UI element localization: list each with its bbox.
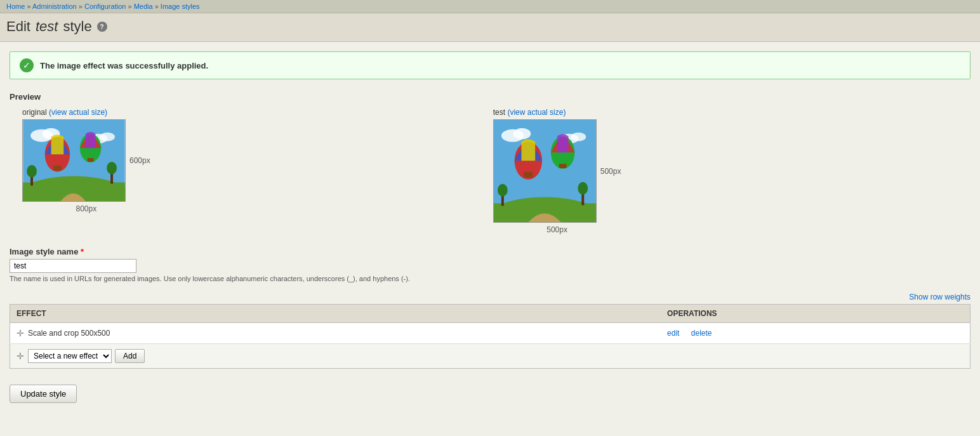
show-row-weights-container: Show row weights bbox=[10, 292, 970, 301]
page-wrapper: Home » Administration » Configuration » … bbox=[0, 0, 980, 436]
delete-effect-link[interactable]: delete bbox=[691, 329, 712, 338]
breadcrumb-media[interactable]: Media bbox=[134, 3, 153, 10]
select-effect-dropdown[interactable]: Select a new effect bbox=[28, 349, 112, 363]
effect-cell: ✛ Scale and crop 500x500 bbox=[10, 323, 661, 344]
breadcrumb-image-styles[interactable]: Image styles bbox=[161, 3, 200, 10]
original-image-box bbox=[22, 119, 126, 202]
table-row: ✛ Scale and crop 500x500 edit delete bbox=[10, 323, 970, 344]
breadcrumb-home[interactable]: Home bbox=[6, 3, 25, 10]
add-effect-row: ✛ Select a new effect Add bbox=[10, 344, 970, 369]
show-row-weights-link[interactable]: Show row weights bbox=[909, 293, 970, 301]
success-text: The image effect was successfully applie… bbox=[40, 61, 208, 70]
test-preview: test (view actual size) bbox=[493, 108, 621, 234]
test-width-label: 500px bbox=[546, 225, 567, 234]
drag-handle-icon[interactable]: ✛ bbox=[17, 328, 24, 338]
operations-column-header: OPERATIONS bbox=[661, 305, 970, 323]
breadcrumb-configuration[interactable]: Configuration bbox=[84, 3, 126, 10]
test-image-with-dims: 500px bbox=[493, 119, 621, 223]
original-image-with-dims: 600px bbox=[22, 119, 150, 202]
effects-table: EFFECT OPERATIONS ✛ Scale and crop 500x5… bbox=[10, 304, 970, 369]
success-message: ✓ The image effect was successfully appl… bbox=[10, 51, 970, 79]
test-height-label: 500px bbox=[600, 167, 621, 176]
original-width-label: 800px bbox=[76, 204, 97, 213]
svg-point-25 bbox=[578, 182, 588, 195]
effects-table-header: EFFECT OPERATIONS bbox=[10, 305, 970, 323]
add-effect-cell: ✛ Select a new effect Add bbox=[10, 344, 661, 369]
svg-rect-14 bbox=[88, 158, 94, 162]
page-title: Edit test style ? bbox=[6, 18, 974, 35]
edit-effect-link[interactable]: edit bbox=[667, 329, 679, 338]
style-name-hint: The name is used in URLs for generated i… bbox=[10, 275, 970, 282]
svg-point-19 bbox=[571, 133, 586, 142]
preview-images: original (view actual size) bbox=[10, 108, 970, 234]
help-icon[interactable]: ? bbox=[97, 22, 107, 32]
page-title-bar: Edit test style ? bbox=[0, 13, 980, 42]
success-check-icon: ✓ bbox=[20, 58, 34, 72]
operations-cell: edit delete bbox=[661, 323, 970, 344]
required-indicator: * bbox=[81, 247, 84, 256]
svg-point-17 bbox=[513, 128, 531, 140]
preview-label: Preview bbox=[10, 92, 970, 102]
original-title: original (view actual size) bbox=[22, 108, 107, 117]
effect-column-header: EFFECT bbox=[10, 305, 661, 323]
add-operations-cell bbox=[661, 344, 970, 369]
original-height-label: 600px bbox=[129, 156, 150, 165]
content-area: ✓ The image effect was successfully appl… bbox=[0, 42, 980, 436]
add-effect-button[interactable]: Add bbox=[115, 349, 145, 363]
preview-section: Preview original (view actual size) bbox=[10, 92, 970, 234]
test-view-actual-size[interactable]: (view actual size) bbox=[507, 108, 566, 117]
test-image-box bbox=[493, 119, 597, 223]
svg-point-4 bbox=[100, 133, 115, 142]
effect-name-container: ✛ Scale and crop 500x500 bbox=[17, 328, 654, 338]
breadcrumb-administration[interactable]: Administration bbox=[32, 3, 77, 10]
style-name-label: Image style name * bbox=[10, 247, 970, 256]
svg-rect-27 bbox=[524, 172, 533, 178]
add-drag-handle-icon: ✛ bbox=[17, 351, 24, 361]
svg-point-8 bbox=[27, 165, 37, 178]
effect-label: Scale and crop 500x500 bbox=[28, 329, 110, 338]
breadcrumb: Home » Administration » Configuration » … bbox=[0, 0, 980, 13]
svg-point-23 bbox=[498, 184, 508, 197]
original-preview: original (view actual size) bbox=[22, 108, 150, 213]
svg-rect-12 bbox=[54, 166, 62, 171]
svg-point-10 bbox=[107, 162, 117, 175]
original-view-actual-size[interactable]: (view actual size) bbox=[49, 108, 107, 117]
test-title: test (view actual size) bbox=[493, 108, 566, 117]
style-name-input[interactable] bbox=[10, 259, 136, 273]
svg-rect-29 bbox=[559, 164, 566, 168]
update-style-button[interactable]: Update style bbox=[10, 385, 77, 403]
form-section: Image style name * The name is used in U… bbox=[10, 247, 970, 282]
add-effect-container: ✛ Select a new effect Add bbox=[17, 349, 654, 363]
